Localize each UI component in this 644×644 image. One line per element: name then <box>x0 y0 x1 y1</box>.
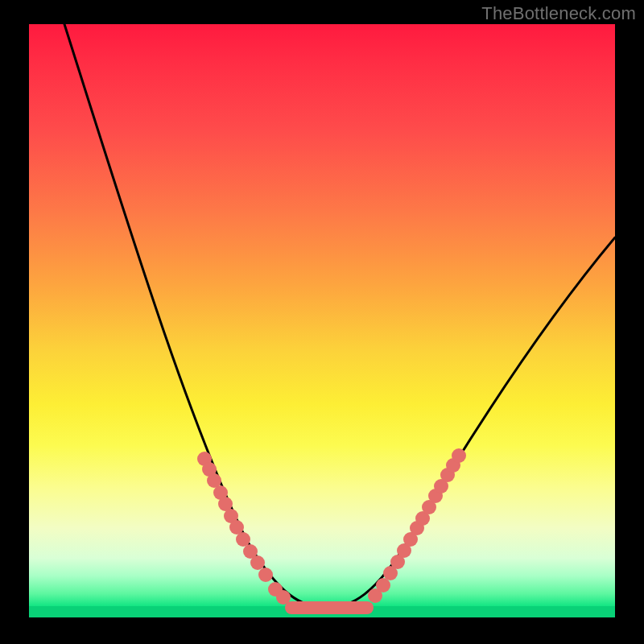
valley-flat-segment <box>285 601 374 614</box>
curve-layer <box>29 24 615 617</box>
data-point-dot <box>236 532 250 547</box>
watermark-text: TheBottleneck.com <box>481 3 636 24</box>
data-point-dot <box>250 555 265 570</box>
data-point-dot <box>376 578 390 592</box>
data-point-dot <box>258 568 273 582</box>
frame-right <box>615 0 644 644</box>
plot-area <box>29 24 615 617</box>
frame-bottom <box>0 617 644 644</box>
chart-stage: TheBottleneck.com <box>0 0 644 644</box>
bottleneck-curve <box>64 24 615 608</box>
data-point-dot <box>452 448 466 463</box>
right-branch-dots <box>368 448 466 603</box>
frame-left <box>0 0 29 644</box>
